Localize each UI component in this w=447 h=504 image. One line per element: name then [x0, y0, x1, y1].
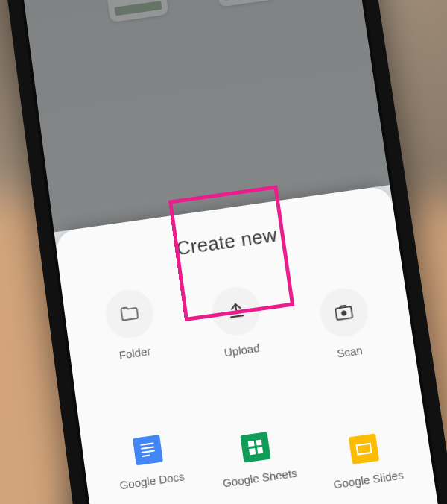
google-sheets-icon: [240, 432, 270, 462]
google-slides-option[interactable]: Google Slides: [312, 425, 432, 504]
upload-option[interactable]: Upload: [184, 277, 302, 430]
google-docs-option[interactable]: Google Docs: [96, 426, 214, 504]
phone-frame: Create new Folder: [1, 0, 447, 504]
google-sheets-label: Google Sheets: [222, 466, 298, 489]
svg-point-1: [341, 310, 347, 316]
folder-option[interactable]: Folder: [77, 280, 194, 433]
upload-label: Upload: [224, 341, 261, 359]
folder-icon: [104, 287, 156, 339]
scan-label: Scan: [336, 343, 364, 359]
google-docs-label: Google Docs: [118, 470, 185, 491]
google-slides-icon: [349, 433, 379, 464]
google-docs-icon: [133, 435, 163, 465]
create-new-bottom-sheet: Create new Folder: [54, 185, 444, 504]
camera-icon: [317, 286, 370, 338]
create-options-grid: Folder Upload: [77, 251, 428, 504]
folder-label: Folder: [118, 344, 152, 362]
background-file-thumbnail: [104, 0, 168, 22]
upload-icon: [210, 284, 262, 336]
scan-option[interactable]: Scan: [291, 279, 410, 432]
phone-screen: Create new Folder: [19, 0, 444, 504]
google-sheets-option[interactable]: Google Sheets: [204, 423, 323, 504]
google-slides-label: Google Slides: [332, 468, 404, 491]
background-file-thumbnail: [213, 0, 278, 7]
